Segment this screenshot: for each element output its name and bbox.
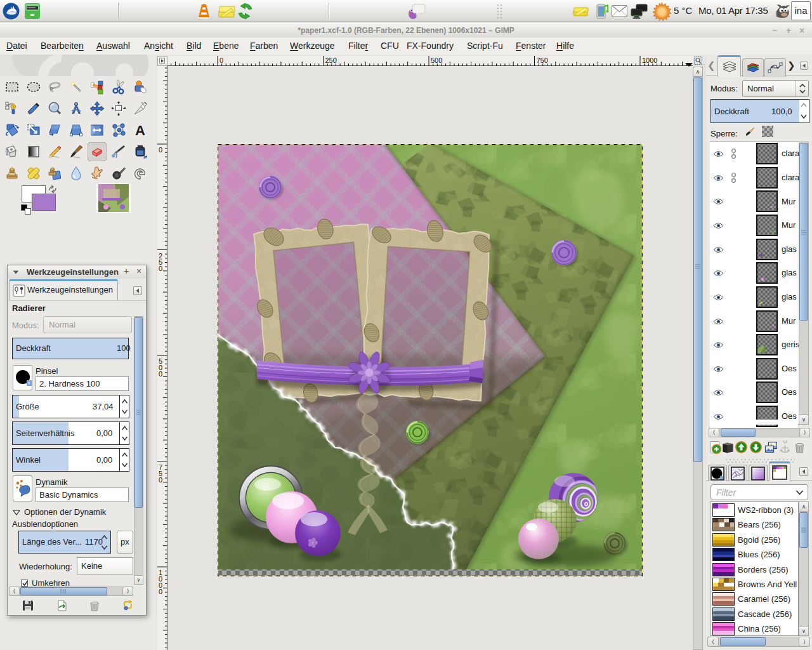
svg-text:1000: 1000 [642,56,657,64]
svg-text:0: 0 [159,265,162,272]
svg-text:0: 0 [159,588,162,595]
svg-text:250: 250 [325,56,337,64]
svg-text:A: A [135,123,145,138]
svg-text:750: 750 [537,56,548,64]
svg-text:0: 0 [219,56,223,64]
svg-text:0: 0 [159,476,162,484]
svg-text:500: 500 [431,56,442,64]
svg-text:+: + [27,380,30,387]
svg-text:0: 0 [159,146,162,154]
svg-text:0: 0 [159,370,162,378]
